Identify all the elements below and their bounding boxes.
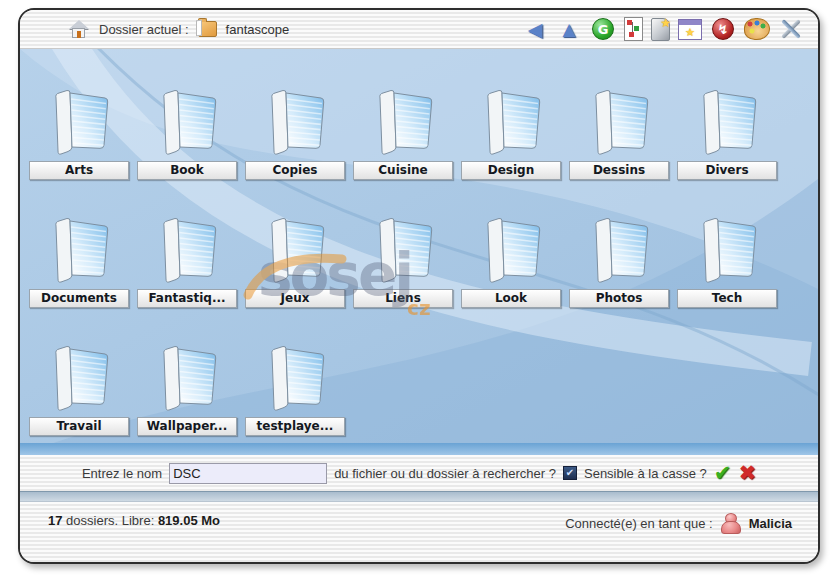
case-sensitive-checkbox[interactable] [563,466,577,480]
folder-label: Documents [29,289,129,308]
search-input[interactable] [169,463,327,484]
folder-label: Arts [29,161,129,180]
folder-item[interactable]: Look [461,213,561,308]
folder-count: 17 [48,513,62,528]
current-folder-group: Dossier actuel : fantascope [68,20,289,39]
folder-icon [47,213,111,285]
folder-label: Design [461,161,561,180]
folder-label: Dessins [569,161,669,180]
folder-icon [47,85,111,157]
folder-item[interactable]: Liens [353,213,453,308]
toolbar-icons [522,16,804,42]
confirm-search-icon[interactable]: ✔ [714,463,732,483]
folder-label: Travail [29,417,129,436]
username: Malicia [749,516,792,531]
status-bar: 17 dossiers. Libre: 819.05 Mo Connecté(e… [20,502,818,562]
status-summary: 17 dossiers. Libre: 819.05 Mo [48,513,220,528]
toolbar: Dossier actuel : fantascope [20,10,818,49]
folder-item[interactable]: Documents [29,213,129,308]
power-icon[interactable] [710,16,736,42]
folder-icon [198,21,217,37]
folder-icon [371,85,435,157]
folder-label: Tech [677,289,777,308]
tree-view-icon[interactable] [624,17,643,41]
case-sensitive-label: Sensible à la casse ? [584,466,707,481]
search-label-before: Entrez le nom [82,466,162,481]
folder-icon [155,213,219,285]
palette-icon[interactable] [744,18,770,40]
refresh-icon[interactable] [590,16,616,42]
folder-item[interactable]: Design [461,85,561,180]
folder-label: Cuisine [353,161,453,180]
folder-icon [695,213,759,285]
folder-item[interactable]: Photos [569,213,669,308]
connected-label: Connecté(e) en tant que : [565,516,712,531]
folder-icon [263,341,327,413]
folder-label: Photos [569,289,669,308]
folder-label: Look [461,289,561,308]
separator [20,491,818,502]
folder-icon [47,341,111,413]
folder-item[interactable]: Book [137,85,237,180]
folder-item[interactable]: Dessins [569,85,669,180]
folder-icon [371,213,435,285]
folder-item[interactable]: Wallpaper... [137,341,237,436]
free-space: 819.05 Mo [158,513,220,528]
user-icon[interactable] [721,513,741,534]
new-window-icon[interactable] [678,19,702,40]
folder-item[interactable]: Divers [677,85,777,180]
connected-user: Connecté(e) en tant que : Malicia [565,513,792,534]
folder-label: testplaye... [245,417,345,436]
folder-item[interactable]: Travail [29,341,129,436]
cancel-search-icon[interactable]: ✖ [738,463,756,483]
folder-label: Jeux [245,289,345,308]
folder-label: Wallpaper... [137,417,237,436]
search-bar: Entrez le nom du fichier ou du dossier à… [20,455,818,491]
folder-icon [695,85,759,157]
up-icon[interactable] [556,16,582,42]
folder-grid: Arts Book [20,49,818,455]
folder-item[interactable]: Jeux [245,213,345,308]
current-folder-name: fantascope [226,22,290,37]
file-manager-window: Dossier actuel : fantascope [18,8,820,564]
folder-label: Book [137,161,237,180]
folder-label: Copies [245,161,345,180]
folder-icon [263,85,327,157]
folder-icon [479,85,543,157]
folder-item[interactable]: Tech [677,213,777,308]
current-folder-label: Dossier actuel : [99,22,189,37]
new-file-icon[interactable] [651,18,670,41]
folder-item[interactable]: Arts [29,85,129,180]
folder-icon [263,213,327,285]
folder-icon [587,213,651,285]
folder-item[interactable]: testplaye... [245,341,345,436]
back-icon[interactable] [522,16,548,42]
folder-icon [155,85,219,157]
search-label-after: du fichier ou du dossier à rechercher ? [334,466,556,481]
folder-label: Liens [353,289,453,308]
folder-icon [155,341,219,413]
folder-label: Divers [677,161,777,180]
folder-item[interactable]: Copies [245,85,345,180]
folder-icon [587,85,651,157]
tools-icon[interactable] [778,16,804,42]
folder-icon [479,213,543,285]
home-icon[interactable] [68,20,90,39]
folder-view: Arts Book [20,49,818,455]
folder-label: Fantastiq... [137,289,237,308]
folder-item[interactable]: Fantastiq... [137,213,237,308]
folders-text: dossiers. Libre: [66,513,154,528]
folder-item[interactable]: Cuisine [353,85,453,180]
